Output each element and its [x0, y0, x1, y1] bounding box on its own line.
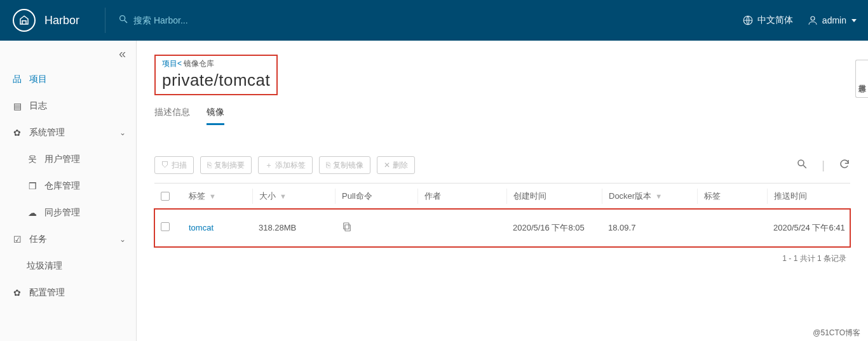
- tasks-icon: ☑: [11, 234, 23, 244]
- col-pull: Pull命令: [335, 189, 417, 204]
- sidebar-group-tasks[interactable]: ☑ 任务 ⌄: [0, 226, 136, 253]
- divider: |: [822, 159, 825, 172]
- cube-icon: ❒: [27, 181, 38, 191]
- sidebar-item-config[interactable]: ✿ 配置管理: [0, 279, 136, 306]
- shield-icon: ⛉: [161, 161, 169, 170]
- event-log-tab[interactable]: 事件日志: [855, 60, 868, 98]
- col-push: 推送时间: [767, 189, 868, 204]
- scan-button[interactable]: ⛉扫描: [154, 156, 194, 174]
- users-icon: 웃: [27, 154, 38, 165]
- svg-point-4: [798, 160, 804, 166]
- cell-push: 2020/5/24 下午6:41: [767, 222, 868, 234]
- copy-image-button[interactable]: ⎘复制镜像: [319, 156, 370, 174]
- breadcrumb-current: 镜像仓库: [184, 59, 214, 68]
- toolbar: ⛉扫描 ⎘复制摘要 ＋添加标签 ⎘复制镜像 ✕删除 |: [154, 156, 850, 174]
- sidebar-item-users[interactable]: 웃 用户管理: [0, 146, 136, 173]
- breadcrumb-projects[interactable]: 项目: [162, 59, 177, 68]
- collapse-sidebar-button[interactable]: «: [0, 41, 136, 66]
- cell-size: 318.28MB: [252, 223, 335, 232]
- filter-icon[interactable]: ▼: [209, 192, 216, 200]
- cell-pull[interactable]: [335, 221, 417, 234]
- search-input[interactable]: [133, 15, 261, 25]
- copy-icon[interactable]: [341, 221, 353, 232]
- sidebar-group-sysmgmt[interactable]: ✿ 系统管理 ⌄: [0, 119, 136, 146]
- cog-icon: ✿: [11, 288, 23, 298]
- tab-images[interactable]: 镜像: [207, 107, 224, 125]
- delete-button[interactable]: ✕删除: [377, 156, 415, 174]
- col-created: 创建时间: [506, 189, 602, 204]
- breadcrumb-sep: <: [177, 59, 182, 68]
- table-row[interactable]: tomcat 318.28MB 2020/5/16 下午8:05 18.09.7…: [154, 209, 850, 247]
- language-label: 中文简体: [757, 15, 793, 26]
- sidebar-item-label: 垃圾清理: [27, 260, 62, 272]
- sidebar: « 品 项目 ▤ 日志 ✿ 系统管理 ⌄ 웃 用户管理 ❒ 仓库管理: [0, 41, 137, 341]
- search-icon: [118, 14, 128, 27]
- col-docker[interactable]: Docker版本▼: [602, 189, 697, 204]
- sidebar-item-label: 项目: [29, 74, 47, 85]
- col-labels: 标签: [697, 189, 767, 204]
- svg-point-3: [811, 17, 815, 20]
- search-icon[interactable]: [796, 158, 808, 173]
- sidebar-item-logs[interactable]: ▤ 日志: [0, 93, 136, 119]
- svg-rect-6: [345, 225, 350, 231]
- projects-icon: 品: [11, 74, 23, 85]
- col-author: 作者: [417, 189, 506, 204]
- watermark: @51CTO博客: [813, 328, 860, 338]
- pager: 1 - 1 共计 1 条记录: [154, 247, 850, 271]
- sidebar-item-repos[interactable]: ❒ 仓库管理: [0, 173, 136, 199]
- tabs: 描述信息 镜像: [154, 107, 850, 126]
- copy-icon: ⎘: [326, 161, 330, 170]
- sidebar-item-sync[interactable]: ☁ 同步管理: [0, 199, 136, 226]
- sidebar-item-label: 任务: [29, 234, 47, 245]
- logs-icon: ▤: [11, 101, 23, 111]
- gear-icon: ✿: [11, 128, 23, 138]
- chevron-down-icon: ⌄: [119, 128, 126, 137]
- sidebar-item-label: 日志: [29, 100, 47, 112]
- user-menu[interactable]: admin: [807, 15, 857, 26]
- sidebar-item-label: 用户管理: [44, 154, 80, 165]
- breadcrumb: 项目< 镜像仓库: [162, 58, 270, 69]
- harbor-logo-icon: [13, 9, 36, 32]
- copy-digest-button[interactable]: ⎘复制摘要: [200, 156, 252, 174]
- plus-icon: ＋: [265, 160, 273, 171]
- svg-line-1: [125, 20, 127, 23]
- title-highlight: 项目< 镜像仓库 private/tomcat: [154, 55, 278, 95]
- cell-tag[interactable]: tomcat: [182, 223, 252, 232]
- col-size[interactable]: 大小▼: [252, 189, 335, 204]
- chevron-down-icon: ⌄: [119, 235, 126, 244]
- copy-icon: ⎘: [207, 161, 212, 170]
- table-header: 标签▼ 大小▼ Pull命令 作者 创建时间 Docker版本▼ 标签 推送时间…: [154, 184, 850, 209]
- cell-created: 2020/5/16 下午8:05: [506, 222, 602, 234]
- header-divider: [105, 8, 105, 33]
- brand-name: Harbor: [44, 14, 79, 27]
- language-selector[interactable]: 中文简体: [742, 15, 793, 26]
- page-title: private/tomcat: [162, 70, 270, 90]
- sidebar-item-label: 仓库管理: [44, 180, 80, 192]
- row-checkbox[interactable]: [161, 222, 170, 231]
- main-content: 项目< 镜像仓库 private/tomcat 描述信息 镜像 ⛉扫描 ⎘复制摘…: [137, 41, 868, 341]
- svg-line-5: [804, 165, 807, 168]
- header-right: 中文简体 admin: [742, 15, 868, 26]
- add-tag-button[interactable]: ＋添加标签: [258, 156, 313, 174]
- images-table: 标签▼ 大小▼ Pull命令 作者 创建时间 Docker版本▼ 标签 推送时间…: [154, 183, 850, 271]
- user-label: admin: [822, 15, 846, 25]
- refresh-icon[interactable]: [839, 158, 850, 173]
- tab-description[interactable]: 描述信息: [154, 107, 190, 125]
- app-header: Harbor 中文简体 admin: [0, 0, 868, 41]
- filter-icon[interactable]: ▼: [280, 192, 287, 200]
- sidebar-item-gc[interactable]: 垃圾清理: [0, 253, 136, 279]
- brand-area[interactable]: Harbor: [0, 0, 92, 41]
- search-area: [112, 14, 742, 27]
- chevron-down-icon: [851, 19, 857, 22]
- close-icon: ✕: [384, 161, 390, 170]
- svg-rect-7: [344, 223, 349, 229]
- user-icon: [807, 15, 818, 26]
- sidebar-item-projects[interactable]: 品 项目: [0, 66, 136, 93]
- filter-icon[interactable]: ▼: [655, 192, 662, 200]
- col-tag[interactable]: 标签▼: [182, 189, 252, 204]
- sidebar-item-label: 配置管理: [29, 287, 65, 298]
- select-all-checkbox[interactable]: [161, 192, 170, 201]
- sidebar-item-label: 同步管理: [44, 207, 80, 218]
- cloud-icon: ☁: [27, 208, 38, 218]
- sidebar-item-label: 系统管理: [29, 127, 65, 138]
